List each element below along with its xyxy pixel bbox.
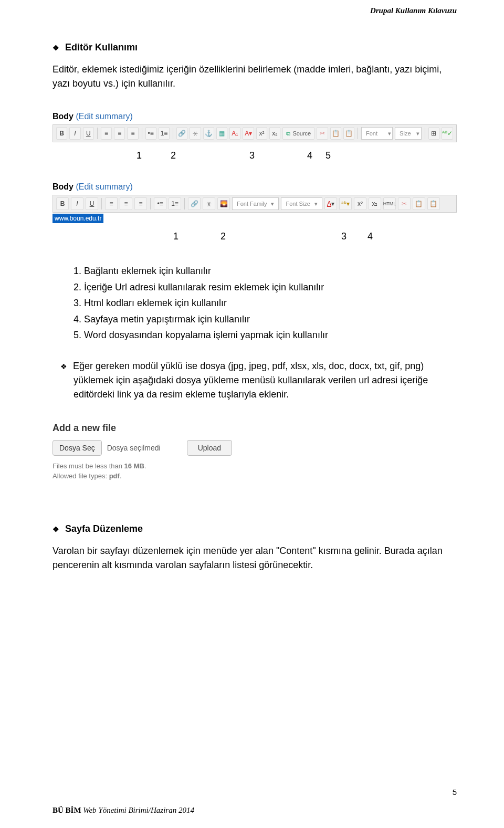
body-label-1: Body (Edit summary) [52,112,457,121]
file-status-text: Dosya seçilmedi [107,444,161,452]
image-icon[interactable]: ▦ [216,127,227,140]
list-ul-icon[interactable]: •≡ [154,197,166,210]
file-upload-block: Add a new file Dosya Seç Dosya seçilmedi… [52,423,457,481]
diamond-icon: ❖ [52,525,60,533]
module-paragraph: ❖Eğer gereken modül yüklü ise dosya (jpg… [52,359,457,402]
bold-icon[interactable]: B [56,127,67,140]
image-icon[interactable]: 🌄 [217,197,230,210]
list-ol-icon[interactable]: 1≡ [169,197,181,210]
paste-word-icon[interactable]: 📋 [427,197,440,210]
paste-icon[interactable]: 📋 [413,197,425,210]
body-label-2: Body (Edit summary) [52,182,457,192]
text-color-icon[interactable]: A▾ [324,197,337,210]
file-info-types: Allowed file types: pdf. [52,471,457,481]
section1-intro: Editör, eklemek istediğimiz içeriğin öze… [52,62,457,91]
paste-word-icon[interactable]: 📋 [343,127,354,140]
font-size-select[interactable]: Font Size▾ [281,197,322,210]
list-item: Sayfaya metin yapıştırmak için kullanılı… [84,311,457,328]
italic-icon[interactable]: I [71,197,83,210]
footer: BÜ BİM Web Yönetimi Birimi/Haziran 2014 [52,806,194,815]
underline-icon[interactable]: U [83,127,94,140]
diamond-icon: ❖ [60,361,68,372]
doc-header: Drupal Kullanım Kılavuzu [370,6,457,15]
diamond-icon: ❖ [52,44,60,52]
upload-button[interactable]: Upload [187,440,232,456]
paste-icon[interactable]: 📋 [330,127,341,140]
list-item: Word dosyasından kopyalama işlemi yapmak… [84,327,457,343]
list-ol-icon[interactable]: 1≡ [159,127,170,140]
size-select[interactable]: Size▾ [395,127,422,140]
edit-summary-link-2[interactable]: (Edit summary) [76,182,132,191]
link-icon[interactable]: 🔗 [188,197,201,210]
superscript-icon[interactable]: x² [354,197,366,210]
table-icon[interactable]: ⊞ [428,127,439,140]
align-left-icon[interactable]: ≡ [105,197,118,210]
bold-icon[interactable]: B [56,197,69,210]
superscript-icon[interactable]: x² [256,127,267,140]
toolbar-2: B I U ≡ ≡ ≡ •≡ 1≡ 🔗 ⚹ 🌄 Font Family▾ Fon… [52,195,457,213]
body-label-bold: Body [52,112,74,121]
anchor-icon[interactable]: ⚓ [203,127,214,140]
align-left-icon[interactable]: ≡ [101,127,112,140]
callout-numbers-2: 1 2 3 4 [52,231,457,242]
bg-color-icon[interactable]: ᵃᵇ▾ [339,197,352,210]
align-center-icon[interactable]: ≡ [120,197,132,210]
list-item: Html kodları eklemek için kullanılır [84,295,457,311]
section2-title-text: Sayfa Düzenleme [65,523,143,534]
color-a-icon[interactable]: A₁ [229,127,240,140]
font-family-select[interactable]: Font Family▾ [232,197,279,210]
url-text-selection: www.boun.edu.tr [52,214,103,223]
toolbar-1: B I U ≡ ≡ ≡ •≡ 1≡ 🔗 ⚹ ⚓ ▦ A₁ A▾ x² x₂ ⧉ … [52,124,457,142]
italic-icon[interactable]: I [69,127,80,140]
source-button[interactable]: ⧉ Source [282,127,314,140]
subscript-icon[interactable]: x₂ [369,197,381,210]
align-right-icon[interactable]: ≡ [134,197,147,210]
underline-icon[interactable]: U [86,197,98,210]
editor-block-2: Body (Edit summary) B I U ≡ ≡ ≡ •≡ 1≡ 🔗 … [52,182,457,223]
color-a2-icon[interactable]: A▾ [243,127,254,140]
editor-block-1: Body (Edit summary) B I U ≡ ≡ ≡ •≡ 1≡ 🔗 … [52,112,457,142]
unlink-icon[interactable]: ⚹ [190,127,201,140]
subscript-icon[interactable]: x₂ [269,127,280,140]
callout-numbers-1: 1 2 3 4 5 [52,150,457,161]
edit-summary-link[interactable]: (Edit summary) [76,112,132,121]
legend-list: Bağlantı eklemek için kullanılır İçeriğe… [52,263,457,343]
page-number: 5 [453,788,457,796]
list-item: Bağlantı eklemek için kullanılır [84,263,457,279]
link-icon[interactable]: 🔗 [176,127,187,140]
align-center-icon[interactable]: ≡ [114,127,125,140]
file-upload-title: Add a new file [52,423,457,434]
body-label-bold-2: Body [52,182,74,191]
spellcheck-icon[interactable]: ᴬᴮ✓ [442,127,453,140]
choose-file-button[interactable]: Dosya Seç [52,440,102,456]
unlink-icon[interactable]: ⚹ [203,197,215,210]
cut-icon[interactable]: ✂ [398,197,411,210]
align-right-icon[interactable]: ≡ [127,127,138,140]
list-ul-icon[interactable]: •≡ [145,127,156,140]
font-select[interactable]: Font▾ [361,127,393,140]
file-info-size: Files must be less than 16 MB. [52,461,457,471]
html-icon[interactable]: HTML [383,197,396,210]
section2-body: Varolan bir sayfayı düzenlemek için menü… [52,544,457,572]
section-title-editor: ❖Editör Kullanımı [52,42,457,53]
section-title-page-edit: ❖Sayfa Düzenleme [52,523,457,534]
list-item: İçeriğe Url adresi kullanılarak resim ek… [84,279,457,296]
cut-icon[interactable]: ✂ [317,127,328,140]
section1-title-text: Editör Kullanımı [65,42,138,53]
